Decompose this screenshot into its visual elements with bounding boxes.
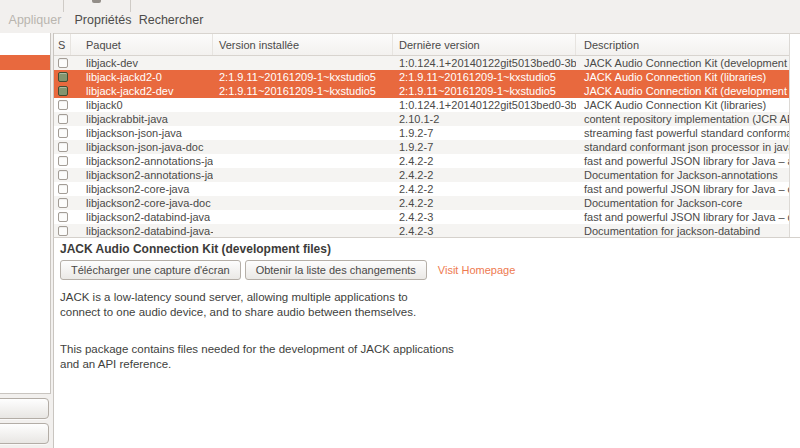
category-list[interactable] [0,33,51,394]
cell-status [54,84,71,98]
cell-package: libjackson2-core-java [71,182,213,196]
status-checkbox[interactable] [58,156,68,166]
cell-package: libjackrabbit-java [71,112,213,126]
column-header-latest-version[interactable]: Dernière version [393,34,576,55]
status-checkbox[interactable] [58,58,68,68]
get-changelog-button[interactable]: Obtenir la liste des changements [245,260,427,280]
cell-package: libjackson2-databind-java [71,210,213,224]
cell-description: Documentation for Jackson-annotations [576,168,789,182]
status-checkbox[interactable] [58,212,68,222]
cell-description: JACK Audio Connection Kit (libraries) [576,98,789,112]
cell-latest: 2.4.2-3 [393,210,576,224]
status-checkbox[interactable] [58,226,68,236]
vertical-scrollbar[interactable] [789,33,800,237]
status-checkbox[interactable] [58,142,68,152]
cell-status [54,98,71,112]
cell-latest: 1:0.124.1+20140122git5013bed0-3build2 [393,56,576,70]
cell-latest: 2:1.9.11~20161209-1~kxstudio5 [393,70,576,84]
cell-package: libjackson-json-java-doc [71,140,213,154]
visit-homepage-link[interactable]: Visit Homepage [438,264,515,276]
download-screenshot-button[interactable]: Télécharger une capture d'écran [60,260,241,280]
left-panel-button-2[interactable] [0,423,49,444]
cell-description: JACK Audio Connection Kit (development f… [576,84,789,98]
cell-description: Documentation for jackson-databind [576,224,789,237]
status-checkbox[interactable] [58,184,68,194]
cell-package: libjackson-json-java [71,126,213,140]
cell-status [54,168,71,182]
package-details-title: JACK Audio Connection Kit (development f… [60,242,800,256]
cell-latest: 2.10.1-2 [393,112,576,126]
table-row[interactable]: libjack0 1:0.124.1+20140122git5013bed0-3… [54,98,789,112]
cell-description: fast and powerful JSON library for Java … [576,210,789,224]
cell-installed [213,140,393,154]
table-row[interactable]: libjackson2-core-java-doc 2.4.2-2 Docume… [54,196,789,210]
cell-latest: 2.4.2-2 [393,196,576,210]
status-checkbox[interactable] [58,100,68,110]
cell-installed [213,56,393,70]
cell-description: fast and powerful JSON library for Java … [576,154,789,168]
left-panel-button-1[interactable] [0,398,49,419]
details-actions: Télécharger une capture d'écran Obtenir … [60,260,800,280]
table-row[interactable]: libjackson2-annotations-java 2.4.2-2 Doc… [54,168,789,182]
cell-status [54,140,71,154]
package-description-text: JACK is a low-latency sound server, allo… [60,290,800,372]
column-header-package[interactable]: Paquet [71,34,213,55]
description-paragraph: JACK is a low-latency sound server, allo… [60,290,800,320]
package-table: S Paquet Version installée Dernière vers… [53,33,789,237]
cell-installed [213,112,393,126]
cell-latest: 2.4.2-3 [393,224,576,237]
table-row[interactable]: libjackson2-databind-java-do 2.4.2-3 Doc… [54,224,789,237]
status-checkbox[interactable] [58,170,68,180]
category-selected-item[interactable] [0,55,50,70]
cell-latest: 1.9.2-7 [393,126,576,140]
cell-latest: 2:1.9.11~20161209-1~kxstudio5 [393,84,576,98]
cell-description: content repository implementation (JCR A… [576,112,789,126]
cell-status [54,210,71,224]
package-table-body: libjack-dev 1:0.124.1+20140122git5013bed… [54,56,789,237]
status-checkbox[interactable] [58,198,68,208]
column-header-description[interactable]: Description [576,34,789,55]
cell-latest: 1.9.2-7 [393,140,576,154]
status-checkbox[interactable] [58,128,68,138]
column-header-installed-version[interactable]: Version installée [213,34,393,55]
cell-description: fast and powerful JSON library for Java … [576,182,789,196]
package-details-panel: JACK Audio Connection Kit (development f… [53,237,800,448]
column-header-status[interactable]: S [54,34,71,55]
table-row[interactable]: libjack-jackd2-0 2:1.9.11~20161209-1~kxs… [54,70,789,84]
cell-package: libjack0 [71,98,213,112]
status-checkbox[interactable] [58,114,68,124]
apply-button[interactable]: Appliquer [6,0,64,33]
cell-description: Documentation for Jackson-core [576,196,789,210]
cell-package: libjackson2-annotations-java [71,168,213,182]
cell-package: libjack-dev [71,56,213,70]
cell-installed [213,168,393,182]
table-row[interactable]: libjackson2-core-java 2.4.2-2 fast and p… [54,182,789,196]
status-checkbox[interactable] [58,72,68,82]
cell-package: libjackson2-core-java-doc [71,196,213,210]
cell-status [54,126,71,140]
cell-status [54,56,71,70]
table-row[interactable]: libjackson2-annotations-java 2.4.2-2 fas… [54,154,789,168]
table-row[interactable]: libjackrabbit-java 2.10.1-2 content repo… [54,112,789,126]
table-header-row: S Paquet Version installée Dernière vers… [54,33,789,56]
cell-latest: 2.4.2-2 [393,182,576,196]
cell-installed [213,98,393,112]
table-row[interactable]: libjackson2-databind-java 2.4.2-3 fast a… [54,210,789,224]
table-row[interactable]: libjackson-json-java-doc 1.9.2-7 standar… [54,140,789,154]
cell-status [54,196,71,210]
table-row[interactable]: libjackson-json-java 1.9.2-7 streaming f… [54,126,789,140]
properties-button[interactable]: Propriétés [70,0,136,33]
cell-status [54,182,71,196]
cell-package: libjack-jackd2-0 [71,70,213,84]
table-row[interactable]: libjack-jackd2-dev 2:1.9.11~20161209-1~k… [54,84,789,98]
status-checkbox[interactable] [58,86,68,96]
search-button[interactable]: Rechercher [138,0,204,33]
cell-package: libjack-jackd2-dev [71,84,213,98]
cell-status [54,70,71,84]
cell-package: libjackson2-annotations-java [71,154,213,168]
cell-installed [213,182,393,196]
table-row[interactable]: libjack-dev 1:0.124.1+20140122git5013bed… [54,56,789,70]
cell-installed [213,196,393,210]
cell-latest: 2.4.2-2 [393,168,576,182]
cell-installed: 2:1.9.11~20161209-1~kxstudio5 [213,84,393,98]
